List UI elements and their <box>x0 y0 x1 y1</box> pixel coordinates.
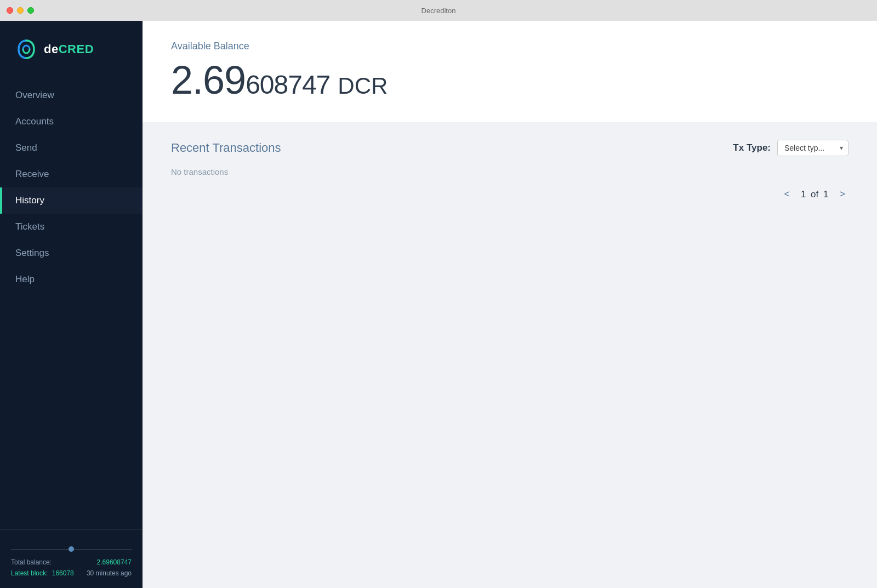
balance-decimal: 608747 <box>246 70 330 99</box>
latest-block-row: Latest block: 166078 30 minutes ago <box>11 569 132 577</box>
pagination-prev-button[interactable]: < <box>781 187 793 201</box>
logo-de: de <box>44 42 59 56</box>
latest-block-time: 30 minutes ago <box>87 569 132 577</box>
nav-items: Overview Accounts Send Receive History T… <box>0 82 143 529</box>
transactions-section: Recent Transactions Tx Type: Select typ.… <box>143 122 877 588</box>
total-balance-row: Total balance: 2.69608747 <box>11 558 132 566</box>
logo-area: deCRED <box>0 21 143 82</box>
sidebar-item-receive[interactable]: Receive <box>0 161 143 187</box>
balance-sparkline <box>11 539 132 554</box>
tx-type-select[interactable]: Select typ... All Regular Ticket Vote Re… <box>777 140 848 156</box>
total-balance-value: 2.69608747 <box>97 558 132 566</box>
pagination-info: 1 of 1 <box>801 189 829 200</box>
balance-section: Available Balance 2.69608747 DCR <box>143 21 877 122</box>
sidebar-item-accounts[interactable]: Accounts <box>0 109 143 135</box>
latest-block-label: Latest block: 166078 <box>11 569 74 577</box>
balance-display: 2.69608747 DCR <box>171 58 848 102</box>
sidebar: deCRED Overview Accounts Send Receive Hi… <box>0 21 143 588</box>
balance-integer: 2.69 <box>171 58 246 102</box>
sidebar-item-help[interactable]: Help <box>0 266 143 293</box>
no-transactions-text: No transactions <box>171 167 848 176</box>
pagination-next-button[interactable]: > <box>836 187 848 201</box>
sidebar-item-send[interactable]: Send <box>0 135 143 161</box>
total-balance-label: Total balance: <box>11 558 52 566</box>
transactions-title: Recent Transactions <box>171 141 281 155</box>
sidebar-bottom: Total balance: 2.69608747 Latest block: … <box>0 529 143 588</box>
sidebar-item-history[interactable]: History <box>0 187 143 214</box>
pagination-total: 1 <box>823 189 828 199</box>
maximize-button[interactable] <box>27 7 34 14</box>
decred-logo-icon <box>15 38 37 60</box>
sidebar-item-settings[interactable]: Settings <box>0 240 143 266</box>
logo-text: deCRED <box>44 42 94 56</box>
balance-main-value: 2.69608747 <box>171 58 330 102</box>
traffic-lights <box>7 7 34 14</box>
balance-currency: DCR <box>338 73 388 99</box>
sidebar-item-tickets[interactable]: Tickets <box>0 214 143 240</box>
minimize-button[interactable] <box>17 7 24 14</box>
tx-type-label: Tx Type: <box>733 142 771 153</box>
pagination-of: of <box>811 189 818 199</box>
tx-type-select-wrap[interactable]: Select typ... All Regular Ticket Vote Re… <box>777 140 848 156</box>
available-balance-label: Available Balance <box>171 41 848 52</box>
close-button[interactable] <box>7 7 13 14</box>
window-title: Decrediton <box>422 7 456 15</box>
transactions-header: Recent Transactions Tx Type: Select typ.… <box>171 140 848 156</box>
main-content: Available Balance 2.69608747 DCR Recent … <box>143 21 877 588</box>
titlebar: Decrediton <box>0 0 877 21</box>
sidebar-item-overview[interactable]: Overview <box>0 82 143 109</box>
app: deCRED Overview Accounts Send Receive Hi… <box>0 21 877 588</box>
logo-cred: CRED <box>59 42 94 56</box>
pagination: < 1 of 1 > <box>171 187 848 201</box>
pagination-current: 1 <box>801 189 806 199</box>
tx-type-area: Tx Type: Select typ... All Regular Ticke… <box>733 140 848 156</box>
